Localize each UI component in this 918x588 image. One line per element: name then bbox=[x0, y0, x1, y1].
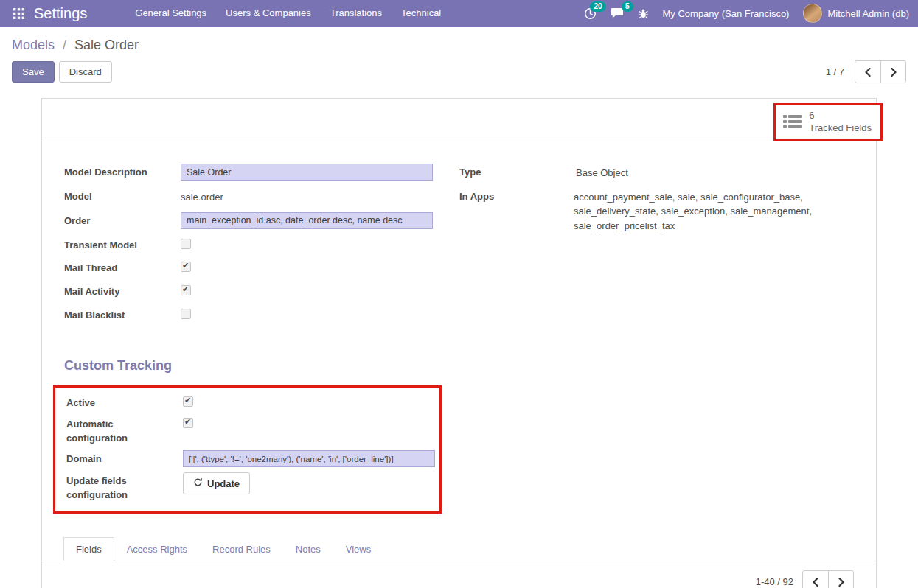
automatic-configuration-checkbox[interactable] bbox=[183, 418, 193, 428]
top-menu: General Settings Users & Companies Trans… bbox=[125, 0, 451, 27]
model-label: Model bbox=[64, 188, 160, 204]
activity-count-badge: 20 bbox=[590, 1, 605, 12]
transient-model-checkbox[interactable] bbox=[181, 239, 191, 249]
menu-technical[interactable]: Technical bbox=[392, 0, 451, 27]
discard-button[interactable]: Discard bbox=[59, 61, 112, 83]
pager-next-button[interactable] bbox=[880, 61, 905, 83]
list-pager-next-button[interactable] bbox=[828, 571, 853, 588]
type-value: Base Object bbox=[576, 164, 628, 181]
tab-views[interactable]: Views bbox=[333, 537, 383, 561]
update-button[interactable]: Update bbox=[183, 472, 250, 494]
menu-users-companies[interactable]: Users & Companies bbox=[216, 0, 321, 27]
breadcrumb-separator: / bbox=[63, 38, 66, 52]
form-sheet: 6 Tracked Fields Model Description Model… bbox=[41, 98, 877, 588]
tab-record-rules[interactable]: Record Rules bbox=[200, 537, 283, 561]
menu-translations[interactable]: Translations bbox=[321, 0, 392, 27]
order-label: Order bbox=[64, 212, 160, 228]
automatic-configuration-label: Automatic configuration bbox=[66, 416, 162, 446]
mail-activity-checkbox[interactable] bbox=[181, 285, 191, 295]
tracked-fields-label: Tracked Fields bbox=[809, 122, 872, 133]
list-pager: 1-40 / 92 bbox=[42, 561, 876, 588]
list-pager-previous-button[interactable] bbox=[803, 571, 828, 588]
messages-icon[interactable]: 5 bbox=[611, 7, 624, 19]
tracked-fields-button[interactable]: 6 Tracked Fields bbox=[776, 105, 880, 139]
top-navbar: Settings General Settings Users & Compan… bbox=[0, 0, 918, 27]
annotation-box-custom-tracking: Active Automatic configuration Domain Up… bbox=[53, 385, 442, 514]
control-panel: Save Discard 1 / 7 bbox=[0, 60, 918, 83]
type-label: Type bbox=[459, 164, 555, 180]
button-box: 6 Tracked Fields bbox=[42, 99, 876, 141]
message-count-badge: 5 bbox=[622, 1, 633, 12]
update-button-label: Update bbox=[207, 478, 240, 489]
user-avatar bbox=[803, 4, 822, 23]
save-button[interactable]: Save bbox=[12, 61, 55, 83]
mail-blacklist-label: Mail Blacklist bbox=[64, 307, 160, 323]
breadcrumb-models-link[interactable]: Models bbox=[12, 38, 55, 52]
mail-thread-checkbox[interactable] bbox=[181, 262, 191, 272]
pager-previous-button[interactable] bbox=[855, 61, 880, 83]
model-description-input[interactable] bbox=[181, 164, 433, 181]
breadcrumb: Models / Sale Order bbox=[0, 27, 918, 60]
refresh-icon bbox=[193, 477, 203, 489]
order-input[interactable] bbox=[181, 212, 433, 229]
apps-menu-icon[interactable] bbox=[9, 0, 28, 27]
tracked-fields-icon bbox=[783, 114, 802, 131]
tab-fields[interactable]: Fields bbox=[63, 537, 114, 561]
breadcrumb-current: Sale Order bbox=[74, 38, 139, 52]
in-apps-value: account_payment_sale, sale, sale_configu… bbox=[574, 188, 854, 234]
record-pager-value: 1 / 7 bbox=[826, 66, 844, 77]
app-title[interactable]: Settings bbox=[34, 5, 87, 22]
debug-icon[interactable] bbox=[638, 8, 649, 19]
tab-notes[interactable]: Notes bbox=[283, 537, 333, 561]
active-label: Active bbox=[66, 394, 162, 410]
menu-general-settings[interactable]: General Settings bbox=[125, 0, 216, 27]
active-checkbox[interactable] bbox=[183, 396, 193, 407]
transient-model-label: Transient Model bbox=[64, 237, 160, 253]
notebook-tabs: Fields Access Rights Record Rules Notes … bbox=[42, 537, 876, 561]
domain-input[interactable] bbox=[183, 450, 435, 467]
custom-tracking-heading: Custom Tracking bbox=[64, 358, 854, 374]
user-name: Mitchell Admin (db) bbox=[827, 8, 909, 19]
activities-icon[interactable]: 20 bbox=[584, 7, 597, 20]
list-pager-value: 1-40 / 92 bbox=[756, 576, 793, 587]
tab-access-rights[interactable]: Access Rights bbox=[114, 537, 200, 561]
annotation-box-tracked-fields: 6 Tracked Fields bbox=[773, 103, 883, 141]
mail-activity-label: Mail Activity bbox=[64, 283, 160, 299]
user-menu[interactable]: Mitchell Admin (db) bbox=[803, 4, 909, 23]
tracked-fields-count: 6 bbox=[809, 110, 814, 121]
mail-thread-label: Mail Thread bbox=[64, 259, 160, 276]
company-switcher[interactable]: My Company (San Francisco) bbox=[663, 8, 790, 19]
model-description-label: Model Description bbox=[64, 164, 160, 180]
in-apps-label: In Apps bbox=[459, 188, 553, 204]
domain-label: Domain bbox=[66, 450, 162, 466]
update-fields-configuration-label: Update fields configuration bbox=[66, 472, 162, 503]
mail-blacklist-checkbox[interactable] bbox=[181, 309, 191, 319]
model-value: sale.order bbox=[181, 188, 223, 205]
